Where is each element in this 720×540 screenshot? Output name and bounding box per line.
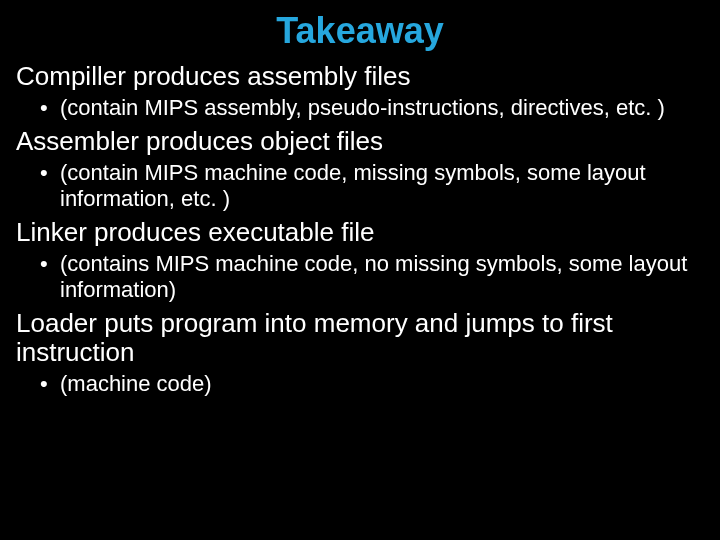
bullet-list: (contain MIPS machine code, missing symb… <box>16 160 704 212</box>
section-heading: Loader puts program into memory and jump… <box>16 309 704 367</box>
section-heading: Linker produces executable file <box>16 218 704 247</box>
section-heading: Compiller produces assembly files <box>16 62 704 91</box>
slide-title: Takeaway <box>16 10 704 52</box>
bullet-list: (machine code) <box>16 371 704 397</box>
bullet-item: (contain MIPS assembly, pseudo-instructi… <box>60 95 704 121</box>
bullet-item: (contain MIPS machine code, missing symb… <box>60 160 704 212</box>
bullet-item: (machine code) <box>60 371 704 397</box>
bullet-list: (contains MIPS machine code, no missing … <box>16 251 704 303</box>
bullet-list: (contain MIPS assembly, pseudo-instructi… <box>16 95 704 121</box>
bullet-item: (contains MIPS machine code, no missing … <box>60 251 704 303</box>
section-heading: Assembler produces object files <box>16 127 704 156</box>
